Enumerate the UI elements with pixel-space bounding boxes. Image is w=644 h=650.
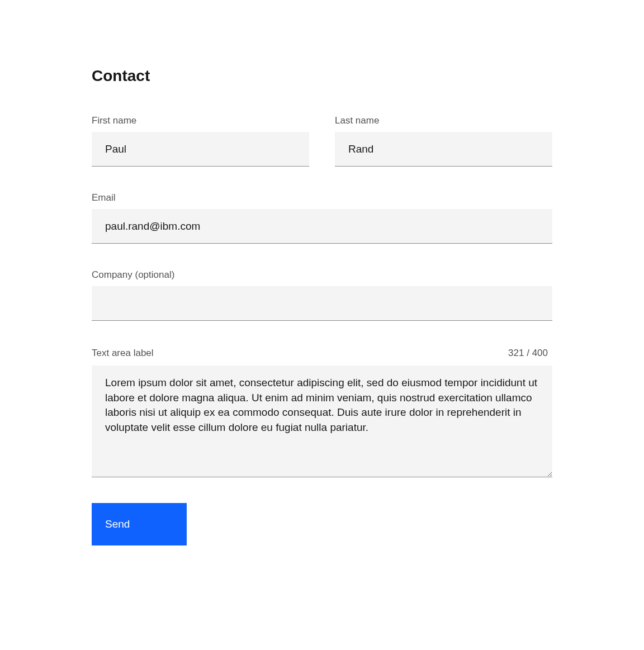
email-input[interactable] — [92, 209, 552, 244]
email-field: Email — [92, 192, 552, 244]
message-textarea[interactable] — [92, 366, 552, 477]
company-input[interactable] — [92, 286, 552, 321]
company-row: Company (optional) — [92, 269, 552, 321]
last-name-input[interactable] — [335, 132, 552, 167]
email-row: Email — [92, 192, 552, 244]
message-label-row: Text area label 321 / 400 — [92, 347, 552, 360]
first-name-input[interactable] — [92, 132, 309, 167]
last-name-label: Last name — [335, 115, 552, 126]
message-row: Text area label 321 / 400 — [92, 347, 552, 477]
company-field: Company (optional) — [92, 269, 552, 321]
message-field: Text area label 321 / 400 — [92, 347, 552, 477]
email-label: Email — [92, 192, 552, 203]
send-button[interactable]: Send — [92, 503, 187, 545]
first-name-field: First name — [92, 115, 309, 167]
message-label: Text area label — [92, 348, 154, 359]
form-title: Contact — [92, 67, 552, 85]
contact-form: Contact First name Last name Email Compa… — [0, 0, 644, 545]
company-label: Company (optional) — [92, 269, 552, 281]
last-name-field: Last name — [335, 115, 552, 167]
first-name-label: First name — [92, 115, 309, 126]
name-row: First name Last name — [92, 115, 552, 167]
char-counter: 321 / 400 — [504, 347, 552, 360]
